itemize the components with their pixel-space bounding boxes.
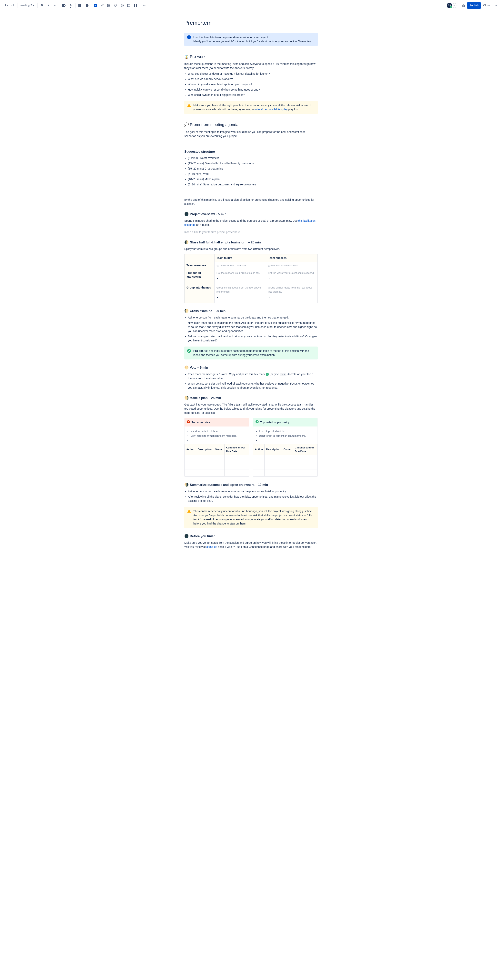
agenda-outro[interactable]: By the end of this meeting, you'll have …	[184, 198, 318, 206]
error-icon	[187, 420, 190, 425]
list-item[interactable]: When voting, consider the likelihood of …	[188, 382, 318, 390]
avatar[interactable]: CK	[447, 3, 452, 8]
warning-text[interactable]: This can be reeeeeeally uncomfortable. A…	[193, 509, 315, 526]
list-item[interactable]: Before moving on, step back and look at …	[188, 334, 318, 343]
more-formatting-button[interactable]: ···	[52, 2, 59, 9]
plan-columns: Top voted risk Insert top voted risk her…	[184, 418, 318, 477]
list-item[interactable]: Don't forget to @mention team members.	[259, 434, 315, 438]
summarize-heading[interactable]: 🌗 Summarize outcomes and agree on owners…	[184, 482, 318, 487]
cross-list[interactable]: Ask one person from each team to summari…	[188, 315, 318, 343]
list-item[interactable]: (10–25 mins) Make a plan	[188, 177, 318, 181]
list-item[interactable]: How quickly can we respond when somethin…	[188, 88, 318, 92]
page-title[interactable]: Premortem	[184, 19, 318, 27]
invite-button[interactable]: +	[452, 3, 456, 8]
overview-placeholder[interactable]: Insert a link to your team's project pos…	[184, 230, 318, 234]
image-button[interactable]	[106, 2, 112, 9]
list-item[interactable]	[259, 439, 315, 442]
svg-rect-22	[134, 4, 135, 7]
list-item[interactable]: What are we already nervous about?	[188, 77, 318, 81]
emoji-button[interactable]	[119, 2, 125, 9]
list-item[interactable]: (5–10 mins) Summarize outcomes and agree…	[188, 183, 318, 186]
list-item[interactable]: (15–20 mins) Glass half-full and half-em…	[188, 161, 318, 165]
publish-button[interactable]: Publish	[467, 2, 481, 9]
list-item[interactable]: Don't forget to @mention team members.	[190, 434, 246, 438]
table-button[interactable]	[126, 2, 132, 9]
prework-intro[interactable]: Include these questions in the meeting i…	[184, 62, 318, 70]
list-item[interactable]: Insert top voted risk here.	[259, 429, 315, 433]
undo-button[interactable]	[3, 2, 10, 9]
list-item[interactable]: Where did you discover blind spots on pa…	[188, 82, 318, 86]
list-item[interactable]: Now each team gets to challenge the othe…	[188, 321, 318, 333]
structure-heading[interactable]: Suggested structure	[184, 150, 318, 154]
info-panel-text[interactable]: Use this template to run a premortem ses…	[193, 35, 315, 43]
plan-heading[interactable]: 🌖 Make a plan – 25 min	[184, 395, 318, 401]
moon-emoji: 🌑	[184, 212, 189, 217]
layouts-button[interactable]	[132, 2, 139, 9]
heading-selector[interactable]: Heading 2 ▼	[19, 2, 36, 9]
text-color-button[interactable]: A ▾	[68, 2, 74, 9]
chevron-down-icon: ▾	[145, 4, 145, 7]
list-item[interactable]: What could slow us down or make us miss …	[188, 72, 318, 76]
vote-heading[interactable]: 🌕 Vote – 5 min	[184, 365, 318, 370]
numbered-list-button[interactable]: ▾	[83, 2, 90, 9]
risk-action-table[interactable]: Action Description Owner Cadence and/or …	[185, 444, 249, 477]
prework-list[interactable]: What could slow us down or make us miss …	[188, 72, 318, 97]
italic-button[interactable]: I	[46, 2, 52, 9]
agenda-heading[interactable]: 💭 Premortem meeting agenda	[184, 122, 318, 127]
svg-point-27	[189, 36, 190, 37]
list-item[interactable]: Each team member gets 3 votes. Copy and …	[188, 372, 318, 380]
svg-rect-13	[107, 4, 110, 7]
list-item[interactable]: (15–20 mins) Cross-examine	[188, 167, 318, 171]
list-item[interactable]: Ask one person from each team to summari…	[188, 315, 318, 320]
finish-heading[interactable]: 🌑 Before you finish	[184, 533, 318, 539]
summarize-list[interactable]: Ask one person from each team to summari…	[188, 489, 318, 503]
restrictions-button[interactable]	[461, 2, 467, 9]
standup-link[interactable]: stand-up	[207, 545, 217, 549]
chevron-down-icon: ▾	[88, 4, 89, 7]
svg-point-17	[123, 5, 123, 5]
bullet-list-button[interactable]	[76, 2, 83, 9]
svg-point-15	[121, 4, 124, 7]
list-item[interactable]	[190, 439, 246, 442]
brainstorm-heading[interactable]: 🌓 Glass half full & half empty brainstor…	[184, 240, 318, 245]
more-actions-button[interactable]: ···	[492, 2, 499, 9]
tip-panel: Pro tip: Ask one individual from each te…	[184, 347, 318, 360]
bold-button[interactable]: B	[39, 2, 45, 9]
align-button[interactable]: ▾	[61, 2, 67, 9]
list-item[interactable]: Ask one person from each team to summari…	[188, 489, 318, 493]
brainstorm-intro[interactable]: Split your team into two groups and brai…	[184, 247, 318, 251]
svg-point-16	[121, 5, 122, 5]
plan-intro[interactable]: Get back into your two groups. The failu…	[184, 402, 318, 415]
heading-selector-label: Heading 2	[19, 3, 32, 8]
list-item[interactable]: (5 mins) Project overview	[188, 156, 318, 160]
prework-heading[interactable]: ⏳ Pre-work	[184, 54, 318, 60]
opp-action-table[interactable]: Action Description Owner Cadence and/or …	[253, 444, 317, 477]
vote-list[interactable]: Each team member gets 3 votes. Copy and …	[188, 372, 318, 390]
tip-text[interactable]: Pro tip: Ask one individual from each te…	[193, 349, 315, 357]
overview-heading[interactable]: 🌑 Project overview – 5 min	[184, 212, 318, 217]
list-item[interactable]: Who could own each of our biggest risk a…	[188, 93, 318, 97]
overview-text[interactable]: Spend 5 minutes sharing the project scop…	[184, 219, 318, 227]
list-item[interactable]: Insert top voted risk here.	[190, 429, 246, 433]
insert-button[interactable]: +▾	[141, 2, 147, 9]
close-button[interactable]: Close	[481, 2, 492, 9]
list-item[interactable]: After reviewing all the plans, consider …	[188, 495, 318, 503]
roles-link[interactable]: roles & responsibilities play	[255, 108, 288, 111]
agenda-intro[interactable]: The goal of this meeting is to imagine w…	[184, 130, 318, 138]
info-icon	[187, 35, 191, 39]
chevron-down-icon: ▾	[72, 4, 72, 7]
mention-placeholder[interactable]: @ mention team members	[268, 264, 298, 267]
link-button[interactable]	[99, 2, 105, 9]
structure-list[interactable]: (5 mins) Project overview (15–20 mins) G…	[188, 156, 318, 186]
mention-placeholder[interactable]: @ mention team members	[217, 264, 247, 267]
finish-text[interactable]: Make sure you've got notes from the sess…	[184, 541, 318, 549]
action-item-button[interactable]	[92, 2, 99, 9]
emoji-icon	[121, 4, 124, 7]
brainstorm-table[interactable]: Team failure Team success Team members @…	[184, 254, 318, 303]
mention-button[interactable]: @	[112, 2, 119, 9]
redo-button[interactable]	[10, 2, 16, 9]
list-item[interactable]: (5–10 mins) Vote	[188, 172, 318, 176]
moon-emoji: 🌖	[184, 395, 189, 401]
warning-text[interactable]: Make sure you have all the right people …	[193, 103, 315, 111]
cross-heading[interactable]: 🌔 Cross examine – 20 min	[184, 308, 318, 313]
